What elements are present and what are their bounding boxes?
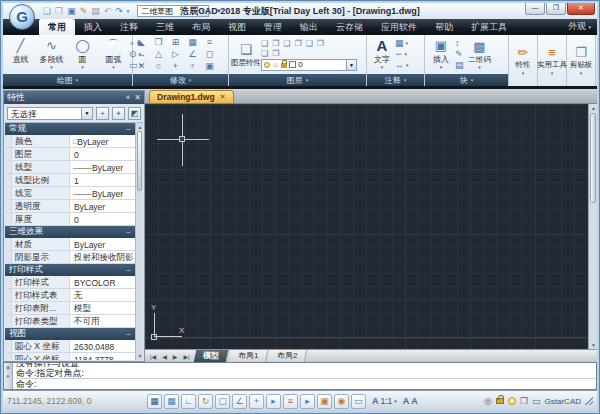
layer-tool-button[interactable]: ❏ <box>283 39 290 48</box>
layer-select[interactable]: ☼ 0 ▼ <box>261 59 357 71</box>
annotation-visibility-button[interactable]: A <box>403 396 410 406</box>
3d-osnap-toggle-button[interactable]: ▣ <box>317 394 332 409</box>
last-tab-button[interactable]: ▶| <box>180 353 192 360</box>
property-row[interactable]: 阴影显示 投射和接收阴影 <box>5 251 135 264</box>
ribbon-tab[interactable]: 输出 <box>291 19 327 35</box>
ortho-toggle-button[interactable]: ∟ <box>181 394 196 409</box>
command-history[interactable]: 没有操作与设置命令:指定对角点:命令: <box>13 363 596 389</box>
osnap-toggle-button[interactable]: ▢ <box>215 394 230 409</box>
close-icon[interactable]: ✕ <box>134 93 141 102</box>
draw-tool-button[interactable]: ◯ 圆 ▾ <box>67 38 98 71</box>
collapse-icon[interactable]: − <box>126 330 131 339</box>
close-icon[interactable]: ✕ <box>5 365 10 371</box>
property-row[interactable]: 圆心 X 坐标 2630.0488 <box>5 340 135 353</box>
qat-customize-button[interactable]: ▾ <box>217 7 221 15</box>
text-tool-button[interactable]: A 文字 ▾ <box>369 38 395 71</box>
property-row[interactable]: 打印样式 BYCOLOR <box>5 276 135 289</box>
open-file-icon[interactable]: ❐ <box>55 6 63 16</box>
group-label-block[interactable]: 块▾ <box>425 74 508 86</box>
property-row[interactable]: 打印表类型 不可用 <box>5 315 135 328</box>
quick-properties-toggle-button[interactable]: ▸ <box>300 394 315 409</box>
property-row[interactable]: 透明度 ByLayer <box>5 200 135 213</box>
modify-tool-button[interactable]: △ <box>152 49 165 60</box>
collapse-icon[interactable]: − <box>126 266 131 275</box>
collapse-icon[interactable]: − <box>126 125 131 134</box>
annotate-small-button[interactable]: ▦▾ <box>395 39 409 48</box>
next-tab-button[interactable]: ▶ <box>170 353 181 360</box>
modify-tool-button[interactable]: ▣ <box>203 61 216 72</box>
modify-tool-button[interactable]: + <box>169 61 182 72</box>
modify-tool-button[interactable]: ❐ <box>152 37 165 48</box>
redo-icon[interactable]: ↷ <box>115 6 123 16</box>
scrollbar-thumb[interactable] <box>590 113 596 203</box>
property-row[interactable]: 线型比例 1 <box>5 174 135 187</box>
property-row[interactable]: 厚度 0 <box>5 213 135 226</box>
annotation-visibility-button[interactable]: A <box>411 396 418 406</box>
otrack-toggle-button[interactable]: ∠ <box>232 394 247 409</box>
modify-tool-button[interactable]: ◻ <box>203 49 216 60</box>
maximize-button[interactable]: ❐ <box>546 3 566 15</box>
resize-grip[interactable] <box>585 397 593 405</box>
first-tab-button[interactable]: |◀ <box>147 353 159 360</box>
modify-tool-button[interactable]: ≡ <box>203 37 216 48</box>
ribbon-tab[interactable]: 云存储 <box>327 19 372 35</box>
pin-icon[interactable]: ⌖ <box>126 93 131 103</box>
print-icon[interactable]: ▤ <box>91 6 100 16</box>
layout-tab[interactable]: 布局1 <box>228 350 268 362</box>
lock-ui-button[interactable] <box>496 398 504 404</box>
layout-tab[interactable]: 模型 <box>193 350 229 362</box>
ribbon-tab[interactable]: 常用 <box>39 19 75 35</box>
modify-tool-button[interactable]: ∠ <box>186 49 199 60</box>
draw-tool-button[interactable]: ⌒ 圆弧 ▾ <box>98 38 129 71</box>
scroll-up-icon[interactable]: ▲ <box>589 105 597 111</box>
group-label-layer[interactable]: 图层▾ <box>229 74 366 86</box>
layer-properties-button[interactable]: ❏ 图层特性 <box>231 42 261 68</box>
modify-tool-button[interactable]: ✕ <box>135 61 148 72</box>
ribbon-tab[interactable]: 布局 <box>183 19 219 35</box>
appearance-menu[interactable]: 外观 ▾ <box>568 20 591 33</box>
section-header-general[interactable]: 常规− <box>5 123 135 135</box>
property-row[interactable]: 打印样式表 无 <box>5 289 135 302</box>
close-icon[interactable]: ✕ <box>220 93 226 101</box>
scroll-down-icon[interactable]: ▼ <box>589 342 597 348</box>
section-header-3d-effects[interactable]: 三维效果− <box>5 226 135 238</box>
save-as-icon[interactable]: ✎ <box>80 6 88 16</box>
undo-dropdown-icon[interactable]: ▾ <box>127 8 130 14</box>
group-label-modify[interactable]: 修改▾ <box>133 74 228 86</box>
workspace-switch-button[interactable]: ❐ <box>520 395 528 407</box>
grid-toggle-button[interactable]: ▦ <box>164 394 179 409</box>
utilities-solo-button[interactable]: ≡ 实用工具 ▾ <box>538 35 567 86</box>
scroll-up-icon[interactable]: ▲ <box>136 123 143 131</box>
chevron-down-icon[interactable]: ▼ <box>81 108 92 119</box>
layer-tool-button[interactable]: ❏ <box>306 39 313 48</box>
minimize-button[interactable]: — <box>525 3 545 15</box>
properties-scrollbar[interactable]: ▲ ▼ <box>135 123 143 360</box>
ribbon-tab[interactable]: 扩展工具 <box>462 19 516 35</box>
polar-toggle-button[interactable]: ↻ <box>198 394 213 409</box>
collapse-icon[interactable]: − <box>126 228 131 237</box>
ribbon-tab[interactable]: 帮助 <box>426 19 462 35</box>
modify-tool-button[interactable]: ▦ <box>186 37 199 48</box>
block-small-button[interactable]: ↕ <box>455 39 464 48</box>
section-header-plot-style[interactable]: 打印样式− <box>5 264 135 276</box>
app-logo-icon[interactable]: G <box>9 4 35 30</box>
block-small-button[interactable]: ▤ <box>455 61 464 70</box>
insert-block-button[interactable]: ▣ 插入 ▾ <box>427 38 455 71</box>
magnifier-toggle-button[interactable]: ◉ <box>334 394 349 409</box>
bulb-icon[interactable] <box>508 397 516 405</box>
selection-filter-select[interactable]: 无选择 ▼ <box>7 107 93 120</box>
new-file-icon[interactable]: ❏ <box>43 6 51 16</box>
drawing-canvas[interactable]: Y X ▲ ▼ <box>145 104 597 349</box>
select-objects-button[interactable]: ⌖ <box>112 107 125 120</box>
ribbon-tab[interactable]: 应用软件 <box>372 19 426 35</box>
layer-tool-button[interactable]: ❏ <box>261 49 268 58</box>
group-label-annotate[interactable]: 注释▾ <box>367 74 424 86</box>
document-tab[interactable]: Drawing1.dwg ✕ <box>149 90 234 103</box>
clean-screen-button[interactable]: ▭ <box>532 395 541 407</box>
scroll-down-icon[interactable]: ▼ <box>136 352 143 360</box>
properties-solo-button[interactable]: ✏ 特性 ▾ <box>509 35 538 86</box>
close-button[interactable]: ✕ <box>567 3 595 15</box>
ribbon-tab[interactable]: 视图 <box>219 19 255 35</box>
group-label-draw[interactable]: 绘图▾ <box>3 74 132 86</box>
workspace-dropdown-icon[interactable]: ▼ <box>197 6 208 16</box>
